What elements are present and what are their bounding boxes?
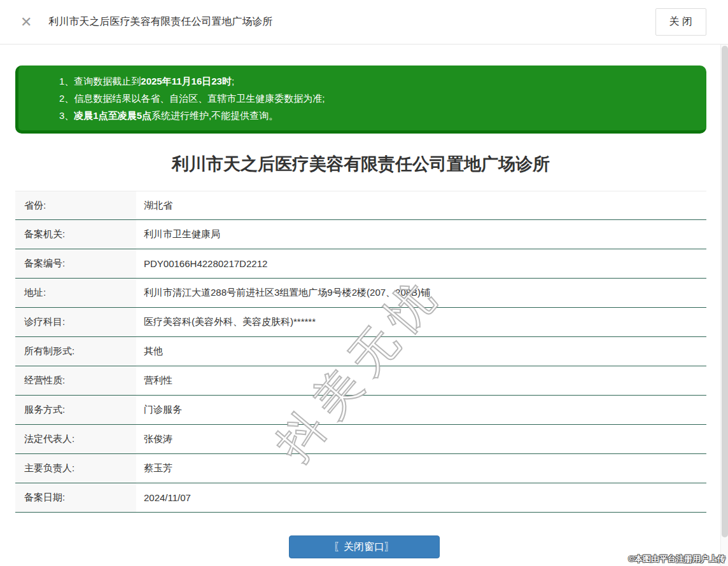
notice-item-number: 1、	[59, 76, 74, 86]
table-row: 所有制形式: 其他	[15, 337, 706, 366]
info-table: 省份: 湖北省 备案机关: 利川市卫生健康局 备案编号: PDY00166H42…	[15, 191, 706, 513]
row-value: 利川市卫生健康局	[136, 220, 706, 249]
notice-item-number: 3、	[59, 110, 74, 121]
vertical-scrollbar[interactable]	[720, 45, 728, 566]
notice-item-bold-text: 凌晨1点至凌晨5点	[74, 110, 151, 121]
table-row: 备案机关: 利川市卫生健康局	[15, 220, 706, 249]
row-label: 法定代表人:	[15, 425, 136, 453]
page-title: 利川市天之后医疗美容有限责任公司置地广场诊所	[15, 153, 706, 176]
modal-header: ✕ 利川市天之后医疗美容有限责任公司置地广场诊所 关 闭	[0, 0, 728, 45]
row-label: 地址:	[15, 279, 136, 307]
row-value: 医疗美容科(美容外科、美容皮肤科)******	[136, 308, 706, 336]
table-row: 服务方式: 门诊服务	[15, 396, 706, 425]
row-label: 所有制形式:	[15, 337, 136, 366]
modal-title: 利川市天之后医疗美容有限责任公司置地广场诊所	[48, 15, 272, 29]
table-row: 备案日期: 2024/11/07	[15, 483, 706, 513]
notice-item-text: 系统进行维护,不能提供查询。	[151, 110, 278, 121]
row-label: 主要负责人:	[15, 454, 136, 483]
close-icon[interactable]: ✕	[20, 15, 32, 29]
row-value: 利川市清江大道288号前进社区3组置地广场9号楼2楼(207、208B)铺	[136, 279, 706, 307]
row-value: 2024/11/07	[136, 483, 706, 512]
notice-item: 1、查询数据截止到2025年11月16日23时;	[59, 72, 700, 90]
row-value: 湖北省	[136, 191, 706, 219]
row-label: 备案机关:	[15, 220, 136, 249]
notice-box: 1、查询数据截止到2025年11月16日23时; 2、信息数据结果以各省、自治区…	[15, 66, 706, 134]
footer-button-row: 〖关闭窗口〗	[0, 535, 728, 558]
row-label: 服务方式:	[15, 396, 136, 424]
table-row: 法定代表人: 张俊涛	[15, 425, 706, 454]
table-row: 诊疗科目: 医疗美容科(美容外科、美容皮肤科)******	[15, 308, 706, 337]
row-value: PDY00166H42280217D2212	[136, 249, 706, 278]
notice-item-text: ;	[232, 76, 234, 86]
close-button[interactable]: 关 闭	[655, 8, 706, 36]
row-value: 其他	[136, 337, 706, 366]
row-label: 备案日期:	[15, 483, 136, 512]
notice-item-number: 2、	[59, 93, 74, 104]
scrollbar-thumb[interactable]	[722, 46, 728, 537]
image-copyright-watermark: ©本图由平台注册用户上传	[628, 553, 725, 565]
table-row: 省份: 湖北省	[15, 191, 706, 220]
row-label: 省份:	[15, 191, 136, 219]
notice-item: 2、信息数据结果以各省、自治区、直辖市卫生健康委数据为准;	[59, 90, 700, 107]
row-label: 备案编号:	[15, 249, 136, 278]
table-row: 经营性质: 营利性	[15, 366, 706, 396]
notice-item-bold-text: 2025年11月16日23时	[141, 76, 232, 86]
row-value: 门诊服务	[136, 396, 706, 424]
notice-item-text: 查询数据截止到	[74, 76, 141, 86]
row-label: 诊疗科目:	[15, 308, 136, 336]
notice-item: 3、凌晨1点至凌晨5点系统进行维护,不能提供查询。	[59, 107, 700, 124]
table-row: 地址: 利川市清江大道288号前进社区3组置地广场9号楼2楼(207、208B)…	[15, 279, 706, 308]
modal-body: 1、查询数据截止到2025年11月16日23时; 2、信息数据结果以各省、自治区…	[0, 66, 728, 558]
row-value: 张俊涛	[136, 425, 706, 453]
close-window-button[interactable]: 〖关闭窗口〗	[289, 535, 440, 558]
notice-item-text: 信息数据结果以各省、自治区、直辖市卫生健康委数据为准;	[74, 93, 325, 104]
table-row: 备案编号: PDY00166H42280217D2212	[15, 249, 706, 279]
row-value: 蔡玉芳	[136, 454, 706, 483]
row-value: 营利性	[136, 366, 706, 395]
row-label: 经营性质:	[15, 366, 136, 395]
table-row: 主要负责人: 蔡玉芳	[15, 454, 706, 483]
